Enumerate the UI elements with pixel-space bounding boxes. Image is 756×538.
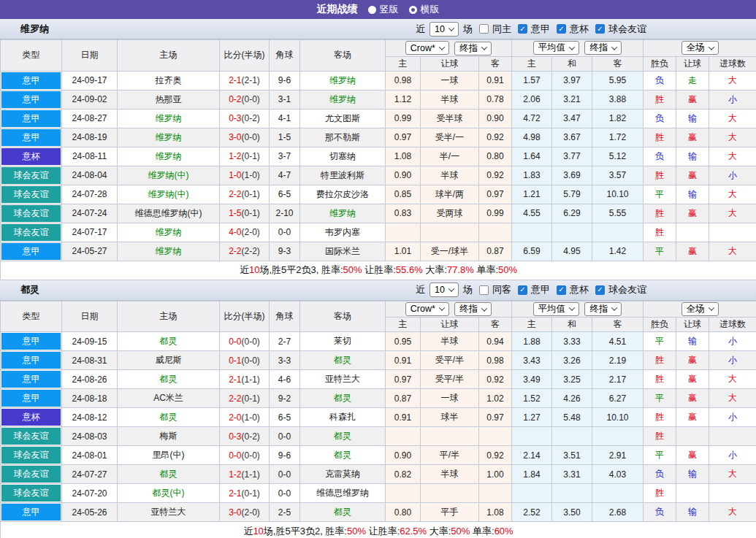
corner-count: 1-5 bbox=[270, 128, 300, 147]
period-select[interactable]: 全场 bbox=[681, 302, 719, 316]
avg-draw-odds: 3.51 bbox=[552, 446, 592, 465]
odds-away: 0.97 bbox=[479, 408, 512, 427]
summary-stat-label: 场,胜5平3负2, 胜率: bbox=[264, 526, 347, 537]
corner-count: 0-0 bbox=[270, 223, 300, 242]
avg-draw-odds: 3.33 bbox=[552, 332, 592, 351]
bookmaker-select-value: Crow* bbox=[411, 304, 435, 314]
average-time-select-value: 终指 bbox=[589, 303, 608, 315]
chevron-down-icon bbox=[439, 44, 445, 50]
goals-outcome: 大 bbox=[709, 71, 756, 90]
home-team: 里昂(中) bbox=[118, 446, 220, 465]
odds-handicap: 半球 bbox=[421, 166, 479, 185]
match-row: 意甲24-05-27维罗纳2-2(2-2)9-3国际米兰1.01受一/球半0.8… bbox=[1, 242, 756, 261]
match-row: 意杯24-08-12都灵2-0(1-0)6-5科森扎0.91球半0.971.27… bbox=[1, 408, 756, 427]
team-name: 维罗纳 bbox=[7, 23, 49, 36]
chevron-down-icon bbox=[569, 44, 575, 50]
avg-home-odds: 2.06 bbox=[512, 90, 552, 109]
league-checkbox-coppa[interactable] bbox=[557, 285, 566, 295]
corner-count: 3-7 bbox=[270, 147, 300, 166]
average-select[interactable]: 平均值 bbox=[533, 302, 580, 316]
odds-home: 1.12 bbox=[386, 90, 421, 109]
odds-away: 0.92 bbox=[479, 128, 512, 147]
odds-handicap: 受两球 bbox=[421, 204, 479, 223]
result-outcome: 胜 bbox=[644, 484, 676, 503]
team-section: 都灵 近 10 场 同客 意甲 意杯 球会友谊 bbox=[0, 280, 756, 538]
league-label-friendly: 球会友谊 bbox=[608, 283, 646, 296]
league-checkbox-serie-a[interactable] bbox=[518, 285, 527, 295]
avg-home-odds: 1.88 bbox=[512, 332, 552, 351]
league-type-badge: 意甲 bbox=[1, 390, 61, 407]
result-outcome: 负 bbox=[644, 465, 676, 484]
period-select[interactable]: 全场 bbox=[681, 41, 719, 55]
corner-count: 9-6 bbox=[270, 446, 300, 465]
match-count-select[interactable]: 10 bbox=[429, 283, 459, 297]
odds-away: 0.92 bbox=[479, 166, 512, 185]
layout-radio-vertical[interactable]: 竖版 bbox=[368, 3, 399, 16]
league-checkbox-coppa[interactable] bbox=[557, 24, 566, 34]
fulltime-score: 2-2 bbox=[229, 393, 241, 404]
league-checkbox-serie-a[interactable] bbox=[518, 24, 527, 34]
summary-stat-label: 大率: bbox=[427, 526, 451, 537]
home-team: 维罗纳 bbox=[118, 109, 220, 128]
bookmaker-select[interactable]: Crow* bbox=[405, 302, 449, 316]
same-side-label: 同客 bbox=[492, 283, 511, 296]
league-type-badge: 球会友谊 bbox=[1, 466, 61, 483]
bookmaker-select[interactable]: Crow* bbox=[405, 41, 449, 55]
match-date: 24-07-28 bbox=[62, 185, 118, 204]
avg-away-odds bbox=[592, 223, 644, 242]
avg-away-odds: 1.82 bbox=[592, 109, 644, 128]
fulltime-score: 1-5 bbox=[229, 208, 241, 218]
avg-home-odds: 3.43 bbox=[512, 351, 552, 370]
average-time-select[interactable]: 终指 bbox=[584, 302, 622, 316]
avg-home-odds: 4.72 bbox=[512, 109, 552, 128]
match-row: 球会友谊24-07-27都灵1-2(1-1)0-0克雷莫纳0.82半球1.001… bbox=[1, 465, 756, 484]
league-checkbox-friendly[interactable] bbox=[595, 24, 605, 34]
halftime-score: (0-0) bbox=[242, 356, 260, 366]
odds-away: 1.00 bbox=[479, 465, 512, 484]
results-table: 类型 日期 主场 比分(半场) 角球 客场 Crow* 终指 平均值 终指 bbox=[0, 39, 756, 280]
match-count-select[interactable]: 10 bbox=[429, 22, 459, 36]
match-date: 24-08-11 bbox=[62, 147, 118, 166]
match-row: 意甲24-09-17拉齐奥2-1(2-1)9-6维罗纳0.98一球0.911.5… bbox=[1, 71, 756, 90]
match-date: 24-05-26 bbox=[62, 503, 118, 522]
summary-stat-value: 10 bbox=[249, 264, 259, 275]
odds-time-select[interactable]: 终指 bbox=[454, 302, 492, 316]
result-outcome: 平 bbox=[644, 185, 676, 204]
odds-handicap: 半球 bbox=[421, 90, 479, 109]
match-date: 24-08-31 bbox=[62, 351, 118, 370]
avg-draw-odds: 3.31 bbox=[552, 465, 592, 484]
avg-away-odds: 2.19 bbox=[592, 351, 644, 370]
avg-away-odds: 10.10 bbox=[592, 408, 644, 427]
corner-count: 9-3 bbox=[270, 242, 300, 261]
league-type-badge: 意杯 bbox=[1, 409, 61, 426]
handicap-outcome: 输 bbox=[676, 332, 709, 351]
near-label: 近 bbox=[416, 283, 425, 296]
avg-home-odds: 2.52 bbox=[512, 503, 552, 522]
layout-radio-horizontal[interactable]: 横版 bbox=[409, 3, 440, 16]
chevron-down-icon bbox=[708, 44, 714, 50]
fulltime-score: 0-3 bbox=[229, 431, 241, 442]
goals-outcome: 大 bbox=[709, 465, 756, 484]
average-select[interactable]: 平均值 bbox=[533, 41, 580, 55]
summary-stat-value: 62.5% bbox=[400, 526, 427, 537]
avg-home-odds: 4.55 bbox=[512, 204, 552, 223]
home-team: 维德思维罗纳(中) bbox=[118, 204, 220, 223]
same-side-checkbox[interactable] bbox=[479, 24, 489, 34]
halftime-score: (0-2) bbox=[242, 113, 260, 123]
score-cell: 0-1(0-0) bbox=[220, 351, 270, 370]
odds-handicap: 一球 bbox=[421, 71, 479, 90]
avg-away-odds: 5.12 bbox=[592, 147, 644, 166]
average-time-select[interactable]: 终指 bbox=[584, 41, 622, 55]
league-type-badge: 意甲 bbox=[1, 243, 61, 260]
home-team: 威尼斯 bbox=[118, 351, 220, 370]
halftime-score: (1-0) bbox=[242, 170, 260, 180]
result-outcome: 胜 bbox=[644, 223, 676, 242]
league-checkbox-friendly[interactable] bbox=[595, 285, 605, 295]
halftime-score: (0-1) bbox=[242, 208, 260, 218]
goals-outcome: 大 bbox=[709, 389, 756, 408]
avg-away-odds: 2.91 bbox=[592, 446, 644, 465]
odds-home: 1.01 bbox=[386, 242, 421, 261]
odds-time-select[interactable]: 终指 bbox=[454, 42, 492, 55]
summary-stat-label: 近 bbox=[243, 526, 253, 537]
same-side-checkbox[interactable] bbox=[479, 285, 489, 295]
